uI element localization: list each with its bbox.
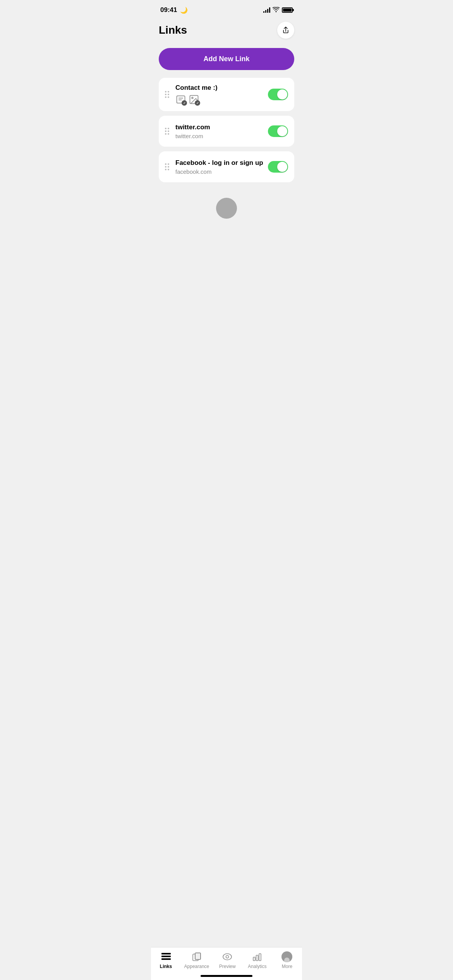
toggle-contact[interactable] [268,89,288,100]
header: Links [151,19,302,45]
links-list: Contact me :) [151,78,302,182]
wifi-icon [273,7,280,14]
drag-handle-facebook[interactable] [163,162,171,172]
battery-icon [282,7,293,13]
add-new-link-button[interactable]: Add New Link [159,48,294,70]
share-button[interactable] [277,22,294,39]
drag-handle-contact[interactable] [163,89,171,99]
link-content-twitter: twitter.com twitter.com [175,123,263,139]
link-card-contact: Contact me :) [159,78,294,111]
status-time: 09:41 [160,6,177,14]
link-title-contact: Contact me :) [175,84,263,92]
link-icon-text [175,94,186,105]
share-icon [282,26,290,34]
check-badge-image [195,100,200,106]
link-url-facebook: facebook.com [175,168,263,175]
link-content-facebook: Facebook - log in or sign up facebook.co… [175,159,263,175]
link-url-twitter: twitter.com [175,133,263,139]
link-title-twitter: twitter.com [175,123,263,131]
signal-icon [263,7,270,13]
svg-point-4 [192,97,193,99]
status-bar: 09:41 🌙 [151,0,302,19]
drag-floating-indicator [216,198,237,219]
link-icon-image [189,94,199,105]
toggle-facebook[interactable] [268,161,288,173]
link-icons-row [175,94,263,105]
drag-handle-twitter[interactable] [163,126,171,136]
check-badge-text [182,100,187,106]
link-title-facebook: Facebook - log in or sign up [175,159,263,167]
page-title: Links [159,24,187,36]
toggle-twitter[interactable] [268,125,288,137]
moon-icon: 🌙 [180,7,188,14]
link-card-facebook: Facebook - log in or sign up facebook.co… [159,151,294,182]
link-content-contact: Contact me :) [175,84,263,105]
link-card-twitter: twitter.com twitter.com [159,116,294,147]
status-icons [263,7,293,14]
